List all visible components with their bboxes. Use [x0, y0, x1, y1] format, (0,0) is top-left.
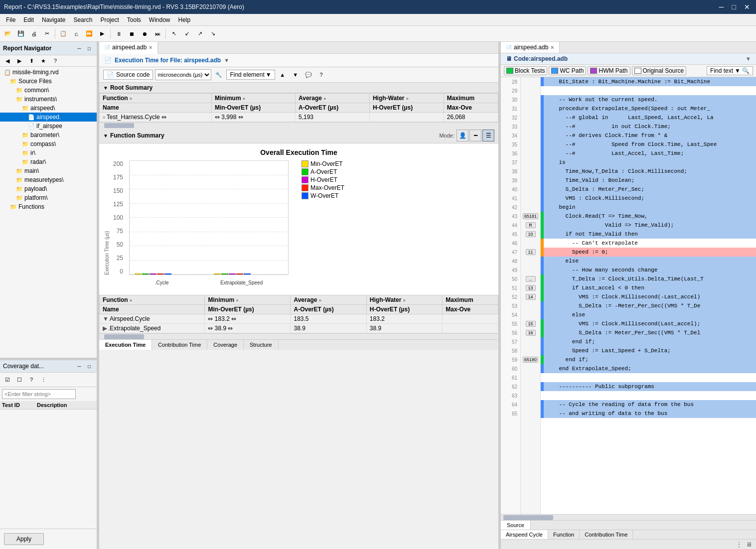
mode-btn-table[interactable]: 👤 [456, 130, 468, 141]
right-tab-close[interactable]: ✕ [550, 45, 554, 50]
toolbar-btn-3[interactable]: ✂ [41, 28, 53, 40]
nav-back-btn[interactable]: ◀ [2, 56, 13, 65]
marker-43[interactable]: 65181 [521, 212, 540, 221]
menu-item-project[interactable]: Project [96, 15, 123, 24]
tree-item-airspeed-[interactable]: 📄airspeed. [0, 113, 97, 122]
tree-item-measuretypes-[interactable]: 📁measuretypes\ [0, 175, 97, 184]
toolbar-btn-14[interactable]: ↗ [194, 28, 206, 40]
apply-button[interactable]: Apply [4, 533, 44, 545]
tree-item-ir-[interactable]: 📁ir\ [0, 148, 97, 157]
nav-up-btn[interactable]: ⬆ [26, 56, 37, 65]
tree-item-platform-[interactable]: 📁platform\ [0, 193, 97, 202]
right-tab-airspeed[interactable]: 📄 airspeed.adb ✕ [501, 42, 560, 53]
nav-forward-btn[interactable]: ▶ [14, 56, 25, 65]
root-summary-header[interactable]: ▼ Root Summary [99, 83, 498, 93]
source-tab[interactable]: Source [501, 521, 531, 530]
marker-44[interactable]: R [521, 221, 540, 230]
center-bottom-tab-execution-time[interactable]: Execution Time [99, 340, 152, 350]
toolbar-btn-12[interactable]: ↖ [168, 28, 180, 40]
right-bottom-tab-function[interactable]: Function [548, 530, 580, 539]
function-summary-row[interactable]: ▼Airspeed.Cycle ⇔ 183.2 ⇔ 183.5 183.2 [100, 314, 498, 324]
toolbar-btn-8[interactable]: ⏸ [113, 28, 125, 40]
menu-item-help[interactable]: Help [174, 15, 195, 24]
coverage-menu-btn[interactable]: ⋮ [38, 374, 49, 385]
right-bottom-tab-airspeed-cycle[interactable]: Airspeed Cycle [501, 530, 548, 539]
right-bottom-tab-contribution-time[interactable]: Contribution Time [580, 530, 633, 539]
help-btn2[interactable]: ? [316, 69, 327, 80]
marker-56[interactable]: 16 [521, 328, 540, 337]
find-element-button[interactable]: Find element ▼ [226, 70, 275, 80]
function-summary-row[interactable]: ▶.Extrapolate_Speed ⇔ 38.9 ⇔ 38.9 38.9 [100, 324, 498, 333]
find-text-button[interactable]: Find text▼🔍 [707, 66, 753, 75]
tree-item-airspeed-[interactable]: 📁airspeed\ [0, 104, 97, 113]
tree-item-main-[interactable]: 📁main\ [0, 166, 97, 175]
marker-55[interactable]: 15 [521, 319, 540, 328]
panel-minimize-btn[interactable]: ─ [75, 44, 84, 53]
close-button[interactable]: ✕ [742, 3, 752, 11]
tree-item-compass-[interactable]: 📁compass\ [0, 139, 97, 148]
tree-item-barometer-[interactable]: 📁barometer\ [0, 131, 97, 139]
marker-45[interactable]: 10 [521, 230, 540, 239]
nav-up-btn2[interactable]: ▲ [277, 69, 288, 80]
mode-btn-chart[interactable]: ━ [469, 130, 481, 141]
marker-52[interactable]: 14 [521, 292, 540, 301]
toolbar-btn-10[interactable]: ⏺ [139, 28, 151, 40]
toolbar-btn-2[interactable]: 🖨 [28, 28, 40, 40]
toolbar-btn-1[interactable]: 💾 [15, 28, 27, 40]
func-table-scrollbar[interactable] [99, 333, 498, 339]
center-tab-airspeed[interactable]: 📄 airspeed.adb ✕ [99, 42, 158, 54]
nav-down-btn2[interactable]: ▼ [290, 69, 301, 80]
menu-item-window[interactable]: Window [145, 15, 174, 24]
comment-btn[interactable]: 💬 [303, 69, 314, 80]
unit-select[interactable]: microseconds (µs) milliseconds (ms) seco… [155, 69, 211, 80]
tree-item-missile-timing-rvd[interactable]: 📋missile-timing.rvd [0, 68, 97, 77]
toolbar-btn-0[interactable]: 📂 [2, 28, 14, 40]
marker-51[interactable]: 13 [521, 283, 540, 292]
code-scrollbar-h[interactable] [501, 514, 756, 520]
root-summary-row[interactable]: ≡Test_Harness.Cycle ⇔ ⇔ 3,998 ⇔ 5,193 26… [100, 113, 498, 122]
toolbar-btn-15[interactable]: ↘ [207, 28, 219, 40]
source-code-button[interactable]: 📄 Source code [103, 70, 153, 80]
toolbar-btn-11[interactable]: ⏭ [151, 28, 163, 40]
coverage-minimize-btn[interactable]: ─ [75, 362, 84, 371]
content-dropdown-icon[interactable]: ▼ [224, 57, 229, 63]
marker-50[interactable]: ... [521, 274, 540, 283]
menu-item-edit[interactable]: Edit [19, 15, 38, 24]
menu-item-navigate[interactable]: Navigate [38, 15, 69, 24]
coverage-check-btn[interactable]: ☑ [2, 374, 13, 385]
row-expand-icon[interactable]: ▼ [103, 315, 109, 322]
center-bottom-tab-contribution-time[interactable]: Contribution Time [152, 340, 207, 350]
panel-maximize-btn[interactable]: □ [85, 44, 94, 53]
center-bottom-tab-structure[interactable]: Structure [244, 340, 279, 350]
function-summary-header[interactable]: ▼ Function Summary Mode: 👤 ━ ☰ [99, 128, 498, 143]
menu-item-file[interactable]: File [2, 15, 19, 24]
nav-help-btn[interactable]: ? [50, 56, 61, 65]
menu-item-tools[interactable]: Tools [123, 15, 145, 24]
tree-item-payload-[interactable]: 📁payload\ [0, 184, 97, 193]
toolbar-btn-4[interactable]: 📋 [57, 28, 69, 40]
mode-btn-split[interactable]: ☰ [482, 130, 494, 141]
toolbar-btn-5[interactable]: ⎌ [70, 28, 82, 40]
coverage-help-btn[interactable]: ? [26, 374, 37, 385]
center-bottom-tab-coverage[interactable]: Coverage [207, 340, 244, 350]
nav-bookmark-btn[interactable]: ★ [38, 56, 49, 65]
toolbar-btn-9[interactable]: ⏹ [126, 28, 138, 40]
tree-item-source-files[interactable]: 📁Source Files [0, 77, 97, 86]
toolbar-btn-13[interactable]: ↙ [181, 28, 193, 40]
tree-item-functions[interactable]: 📁Functions [0, 202, 97, 211]
center-tab-close[interactable]: ✕ [149, 45, 152, 50]
tree-item-radar-[interactable]: 📁radar\ [0, 157, 97, 166]
toolbar-btn-7[interactable]: ▶ [96, 28, 108, 40]
tree-item-common-[interactable]: 📁common\ [0, 86, 97, 95]
tree-item-instruments-[interactable]: 📁instruments\ [0, 95, 97, 104]
maximize-button[interactable]: □ [730, 3, 738, 11]
tree-item-if-airspee[interactable]: 📄if_airspee [0, 122, 97, 131]
row-expand-icon[interactable]: ▶ [103, 325, 107, 332]
coverage-uncheck-btn[interactable]: ☐ [14, 374, 25, 385]
marker-47[interactable]: 11 [521, 248, 540, 257]
minimize-button[interactable]: ─ [717, 3, 726, 11]
filter-input[interactable] [2, 389, 76, 399]
root-summary-scrollbar[interactable] [99, 122, 498, 128]
code-title-dropdown[interactable]: ▼ [746, 56, 751, 62]
coverage-maximize-btn[interactable]: □ [85, 362, 94, 371]
